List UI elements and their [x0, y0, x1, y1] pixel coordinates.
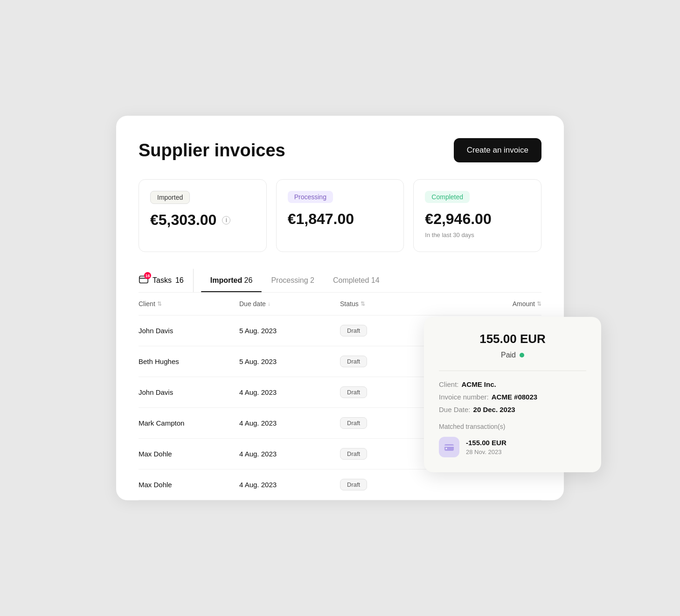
- cell-client: John Davis: [139, 327, 239, 335]
- popup-status: Paid: [439, 351, 586, 359]
- page-title: Supplier invoices: [139, 140, 285, 161]
- cell-client: Max Dohle: [139, 481, 239, 489]
- tasks-badge: 16: [144, 272, 151, 279]
- popup-matched-title: Matched transaction(s): [439, 423, 586, 430]
- popup-divider: [439, 371, 586, 371]
- imported-amount: €5,303.00 i: [150, 211, 255, 229]
- cell-client: Beth Hughes: [139, 357, 239, 365]
- svg-point-2: [446, 448, 447, 449]
- invoice-popup: 155.00 EUR Paid Client: ACME Inc. Invoic…: [424, 317, 601, 472]
- popup-invoice: Invoice number: ACME #08023: [439, 393, 586, 401]
- tab-tasks[interactable]: 16 Tasks 16: [139, 269, 194, 292]
- col-due-date[interactable]: Due date ↓: [239, 300, 340, 308]
- col-client[interactable]: Client ⇅: [139, 300, 239, 308]
- cell-due-date: 4 Aug. 2023: [239, 481, 340, 489]
- tabs-row: 16 Tasks 16 Imported 26 Processing 2 Com…: [139, 269, 541, 293]
- col-amount[interactable]: Amount ⇅: [441, 300, 541, 308]
- stat-card-imported: Imported €5,303.00 i: [139, 179, 267, 252]
- table-row[interactable]: Max Dohle 4 Aug. 2023 Draft: [139, 469, 541, 500]
- cell-due-date: 5 Aug. 2023: [239, 357, 340, 365]
- info-icon[interactable]: i: [222, 216, 230, 224]
- processing-amount: €1,847.00: [288, 210, 393, 228]
- completed-amount: €2,946.00: [425, 210, 530, 228]
- stat-card-completed: Completed €2,946.00 In the last 30 days: [413, 179, 541, 252]
- cell-client: John Davis: [139, 388, 239, 396]
- cell-client: Max Dohle: [139, 450, 239, 458]
- cell-due-date: 5 Aug. 2023: [239, 327, 340, 335]
- tasks-count: 16: [175, 276, 184, 285]
- svg-rect-1: [444, 444, 454, 451]
- stat-cards: Imported €5,303.00 i Processing €1,847.0…: [139, 179, 541, 252]
- cell-due-date: 4 Aug. 2023: [239, 450, 340, 458]
- tasks-icon: 16: [139, 274, 149, 287]
- create-invoice-button[interactable]: Create an invoice: [454, 138, 541, 162]
- popup-client: Client: ACME Inc.: [439, 380, 586, 388]
- main-card: Supplier invoices Create an invoice Impo…: [116, 116, 564, 500]
- header: Supplier invoices Create an invoice: [139, 138, 541, 162]
- tab-processing[interactable]: Processing 2: [262, 270, 324, 291]
- processing-badge: Processing: [288, 191, 333, 203]
- tab-completed[interactable]: Completed 14: [324, 270, 389, 291]
- transaction-icon: [439, 437, 459, 457]
- stat-card-processing: Processing €1,847.00: [276, 179, 404, 252]
- cell-client: Mark Campton: [139, 419, 239, 427]
- imported-badge: Imported: [150, 191, 190, 204]
- transaction-date: 28 Nov. 2023: [466, 448, 507, 455]
- popup-amount: 155.00 EUR: [439, 332, 586, 346]
- completed-sub: In the last 30 days: [425, 231, 530, 238]
- completed-badge: Completed: [425, 191, 470, 203]
- popup-transaction: -155.00 EUR 28 Nov. 2023: [439, 437, 586, 457]
- cell-status: Draft: [340, 479, 441, 490]
- transaction-details: -155.00 EUR 28 Nov. 2023: [466, 439, 507, 455]
- tasks-label: Tasks: [153, 276, 172, 285]
- col-status[interactable]: Status ⇅: [340, 300, 441, 308]
- paid-dot: [520, 353, 524, 357]
- cell-due-date: 4 Aug. 2023: [239, 388, 340, 396]
- cell-due-date: 4 Aug. 2023: [239, 419, 340, 427]
- table-header: Client ⇅ Due date ↓ Status ⇅ Amount ⇅: [139, 293, 541, 315]
- tab-imported[interactable]: Imported 26: [201, 270, 262, 291]
- popup-due-date: Due Date: 20 Dec. 2023: [439, 406, 586, 413]
- transaction-amount: -155.00 EUR: [466, 439, 507, 447]
